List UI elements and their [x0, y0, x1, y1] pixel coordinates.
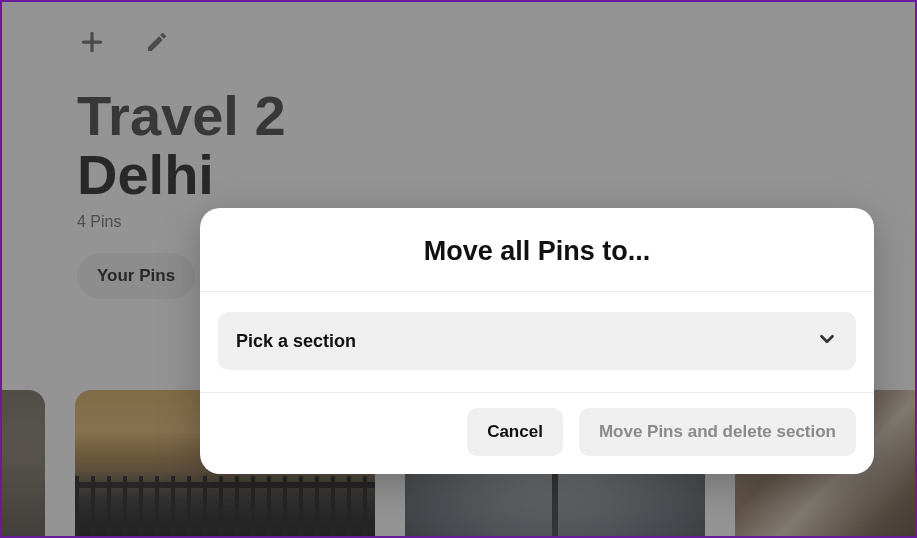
- modal-footer: Cancel Move Pins and delete section: [200, 393, 874, 474]
- cancel-button[interactable]: Cancel: [467, 408, 563, 456]
- modal-overlay[interactable]: Move all Pins to... Pick a section Cance…: [2, 2, 915, 536]
- section-picker[interactable]: Pick a section: [218, 312, 856, 370]
- modal-body: Pick a section: [200, 292, 874, 393]
- modal-title: Move all Pins to...: [220, 236, 854, 267]
- section-picker-label: Pick a section: [236, 331, 356, 352]
- move-pins-modal: Move all Pins to... Pick a section Cance…: [200, 208, 874, 474]
- modal-header: Move all Pins to...: [200, 208, 874, 292]
- chevron-down-icon: [816, 328, 838, 354]
- move-and-delete-button[interactable]: Move Pins and delete section: [579, 408, 856, 456]
